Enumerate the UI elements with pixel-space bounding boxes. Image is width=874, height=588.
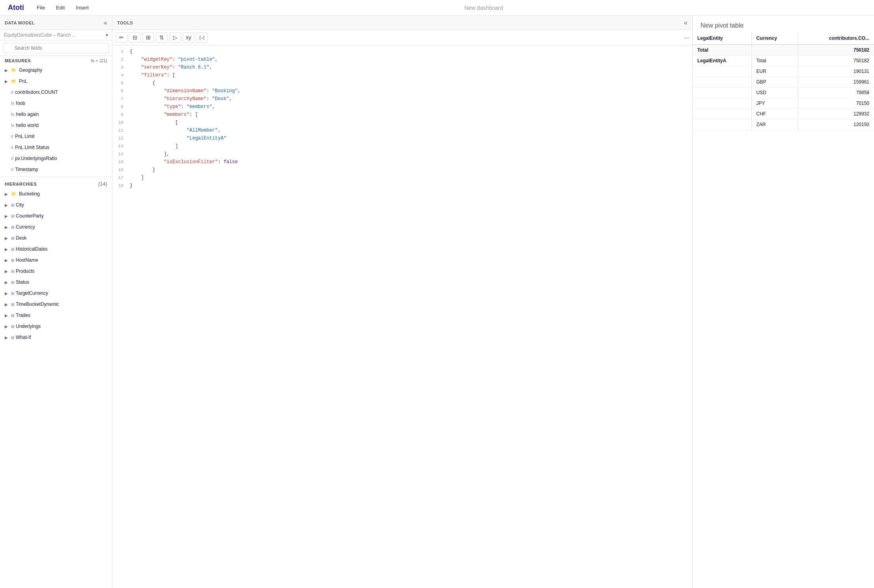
code-line-1: 1 { bbox=[112, 48, 692, 56]
data-model-collapse-button[interactable]: « bbox=[104, 19, 107, 26]
expand-icon: ▶ bbox=[5, 269, 11, 274]
json-button[interactable]: {–} bbox=[196, 32, 208, 43]
measure-item-contributors-count[interactable]: # contributors.COUNT bbox=[0, 87, 112, 98]
code-line-12: 12 "LegalEntityA" bbox=[112, 135, 692, 143]
hierarchy-icon: ⊞ bbox=[11, 313, 14, 318]
measure-item-hello-world[interactable]: fx hello world bbox=[0, 120, 112, 131]
xy-button[interactable]: xy bbox=[183, 32, 194, 43]
table-row: ZAR 120150 bbox=[693, 119, 874, 130]
measures-title: MEASURES bbox=[5, 58, 31, 63]
cell-entity bbox=[693, 66, 751, 77]
hierarchy-item-currency[interactable]: ▶ ⊞ Currency bbox=[0, 221, 112, 233]
hierarchy-item-target-currency[interactable]: ▶ ⊞ TargetCurrency bbox=[0, 288, 112, 299]
add-button[interactable]: ⊞ bbox=[142, 32, 154, 43]
hierarchy-item-trades[interactable]: ▶ ⊞ Trades bbox=[0, 310, 112, 321]
fx-prefix: fx bbox=[11, 101, 15, 106]
measure-item-foob[interactable]: fx foob bbox=[0, 98, 112, 109]
search-input[interactable] bbox=[3, 43, 109, 53]
expand-icon: ▶ bbox=[5, 225, 11, 229]
measure-item-geography[interactable]: ▶ 📁 Geography bbox=[0, 65, 112, 76]
measures-section-header: MEASURES fx + (21) bbox=[0, 56, 112, 65]
play-button[interactable]: ▷ bbox=[169, 32, 181, 43]
section-divider bbox=[0, 177, 112, 177]
fx-prefix: fx bbox=[11, 112, 15, 117]
hierarchy-item-historical-dates[interactable]: ▶ ⊞ HistoricalDates bbox=[0, 244, 112, 255]
hierarchy-item-products[interactable]: ▶ ⊞ Products bbox=[0, 266, 112, 277]
code-line-13: 13 ] bbox=[112, 143, 692, 151]
hierarchy-item-hostname[interactable]: ▶ ⊞ HostName bbox=[0, 255, 112, 266]
search-box: 🔍 bbox=[0, 41, 112, 56]
cube-dropdown-icon: ▾ bbox=[106, 32, 108, 38]
hierarchy-label: HostName bbox=[16, 257, 109, 263]
measure-item-pnl-limit-status[interactable]: # PnL Limit Status bbox=[0, 142, 112, 153]
hierarchy-item-timebucket[interactable]: ▶ ⊞ TimeBucketDynamic bbox=[0, 299, 112, 310]
dashboard-title: New dashboard bbox=[93, 5, 874, 11]
hash-prefix: # bbox=[11, 167, 13, 172]
hierarchy-label: TargetCurrency bbox=[16, 290, 109, 296]
hash-prefix: # bbox=[11, 156, 13, 161]
code-line-17: 17 ] bbox=[112, 175, 692, 182]
hierarchy-label: Status bbox=[16, 279, 109, 285]
cell-currency: EUR bbox=[751, 66, 798, 77]
sort-button[interactable]: ⇅ bbox=[156, 32, 168, 43]
hierarchy-label: CounterParty bbox=[16, 213, 109, 219]
edit-button[interactable]: ✏ bbox=[116, 32, 127, 43]
tools-title: TOOLS bbox=[117, 20, 133, 25]
measure-label: PnL Limit bbox=[15, 134, 109, 139]
hierarchy-item-city[interactable]: ▶ ⊞ City bbox=[0, 199, 112, 210]
cell-value: 750182 bbox=[798, 56, 874, 66]
main-layout: DATA MODEL « EquityDerivativesCube – Ran… bbox=[0, 16, 874, 588]
menu-file[interactable]: File bbox=[32, 3, 50, 12]
hierarchies-title: HIERARCHIES bbox=[5, 182, 37, 186]
hierarchy-item-counterparty[interactable]: ▶ ⊞ CounterParty bbox=[0, 210, 112, 221]
code-line-6: 6 "dimensionName": "Booking", bbox=[112, 88, 692, 96]
cell-entity bbox=[693, 87, 751, 98]
cell-value: 79858 bbox=[798, 87, 874, 98]
expand-icon: ▶ bbox=[5, 324, 11, 329]
hierarchy-label: Products bbox=[16, 268, 109, 274]
expand-icon: ▶ bbox=[5, 258, 11, 262]
code-editor[interactable]: 1 { 2 "widgetKey": "pivot-table", 3 "ser… bbox=[112, 45, 692, 588]
fx-plus-button[interactable]: fx + bbox=[91, 58, 98, 63]
left-panel: DATA MODEL « EquityDerivativesCube – Ran… bbox=[0, 16, 112, 588]
cell-value: 750182 bbox=[798, 45, 874, 56]
measure-label: Timestamp bbox=[15, 167, 109, 172]
hierarchy-item-underlyings[interactable]: ▶ ⊞ Underlyings bbox=[0, 321, 112, 332]
code-line-14: 14 ], bbox=[112, 151, 692, 159]
filter-button[interactable]: ⊟ bbox=[129, 32, 141, 43]
col-header-currency: Currency bbox=[751, 32, 798, 45]
measure-item-hello-again[interactable]: fx hello again bbox=[0, 109, 112, 120]
cell-currency: ZAR bbox=[751, 119, 798, 130]
measure-label: pv.UnderlyingsRatio bbox=[15, 156, 109, 161]
hierarchy-item-desk[interactable]: ▶ ⊞ Desk bbox=[0, 233, 112, 244]
data-table: LegalEntity Currency contributors.CO... … bbox=[693, 32, 874, 130]
code-line-16: 16 } bbox=[112, 167, 692, 175]
menu-edit[interactable]: Edit bbox=[51, 3, 69, 12]
measure-item-pv-underlyings-ratio[interactable]: # pv.UnderlyingsRatio bbox=[0, 153, 112, 164]
measure-item-pnl-limit[interactable]: # PnL Limit bbox=[0, 131, 112, 142]
table-row: USD 79858 bbox=[693, 87, 874, 98]
measures-count: (21) bbox=[99, 58, 107, 63]
hierarchy-label: Desk bbox=[16, 235, 109, 241]
folder-icon: 📁 bbox=[11, 192, 19, 197]
cell-currency: JPY bbox=[751, 98, 798, 109]
expand-icon: ▶ bbox=[5, 291, 11, 296]
cell-value: 159961 bbox=[798, 77, 874, 87]
table-row: GBP 159961 bbox=[693, 77, 874, 87]
hierarchy-item-status[interactable]: ▶ ⊞ Status bbox=[0, 277, 112, 288]
editor-collapse-button[interactable]: — bbox=[684, 35, 689, 41]
expand-icon: ▶ bbox=[5, 280, 11, 285]
code-line-5: 5 { bbox=[112, 80, 692, 88]
code-line-7: 7 "hierarchyName": "Desk", bbox=[112, 96, 692, 104]
cube-selector[interactable]: EquityDerivativesCube – Ranch ... ▾ bbox=[0, 30, 112, 41]
measure-item-pnl[interactable]: ▶ 📁 PnL bbox=[0, 76, 112, 87]
hierarchy-item-what-if[interactable]: ▶ ⊞ What-If bbox=[0, 332, 112, 343]
menu-insert[interactable]: Insert bbox=[71, 3, 93, 12]
measure-label: hello again bbox=[16, 112, 109, 117]
code-line-11: 11 "AllMember", bbox=[112, 127, 692, 135]
measure-item-timestamp[interactable]: # Timestamp bbox=[0, 164, 112, 175]
tools-collapse-button[interactable]: « bbox=[684, 19, 687, 26]
hierarchy-item-bucketing[interactable]: ▶ 📁 Bucketing bbox=[0, 188, 112, 199]
pivot-table-panel: New pivot table LegalEntity Currency con… bbox=[693, 16, 874, 588]
cell-value: 70150 bbox=[798, 98, 874, 109]
